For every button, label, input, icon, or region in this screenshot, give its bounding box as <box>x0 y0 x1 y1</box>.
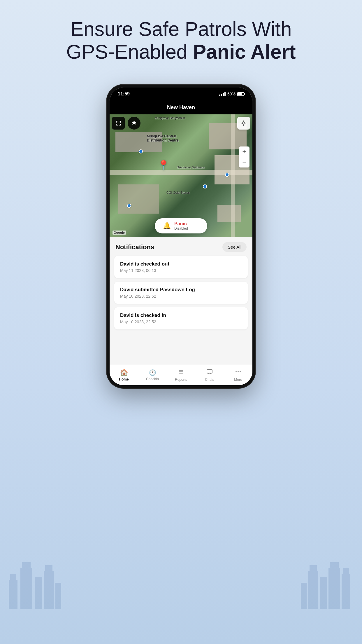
home-icon: 🏠 <box>120 369 128 376</box>
headline: Ensure Safe Patrols With GPS-Enabled Pan… <box>0 18 362 63</box>
svg-rect-15 <box>343 568 349 574</box>
battery-fill <box>238 93 242 95</box>
svg-point-34 <box>238 371 239 372</box>
svg-rect-1 <box>10 574 16 580</box>
nav-label-more: More <box>234 378 242 382</box>
map-building-4 <box>118 184 159 214</box>
svg-point-24 <box>242 122 245 124</box>
google-watermark: Google <box>113 231 126 235</box>
signal-bars <box>219 92 226 96</box>
panic-title: Panic <box>174 221 188 226</box>
headline-line1: Ensure Safe Patrols With <box>23 18 339 40</box>
location-button[interactable] <box>237 117 250 130</box>
nav-item-home[interactable]: 🏠 Home <box>110 367 138 383</box>
panic-subtitle: Disabled <box>174 226 188 231</box>
svg-rect-3 <box>22 562 31 568</box>
headline-line2: GPS-Enabled Panic Alert <box>23 40 339 63</box>
headline-line2-bold: Panic Alert <box>193 41 296 63</box>
phone-frame: 11:59 69% New Haven <box>107 85 255 388</box>
map-area[interactable]: Musgrave Ballycoolin Musgrave CentralDis… <box>110 114 252 237</box>
map-style-button[interactable] <box>128 117 140 130</box>
notification-message-3: David is checked in <box>120 313 242 318</box>
status-time: 11:59 <box>118 91 130 97</box>
svg-rect-11 <box>320 577 327 609</box>
panic-bell-icon: 🔔 <box>163 222 171 230</box>
notification-message-1: David is checked out <box>120 261 242 267</box>
svg-rect-2 <box>20 568 32 609</box>
svg-rect-13 <box>330 562 339 568</box>
nav-item-chats[interactable]: Chats <box>195 367 224 383</box>
svg-rect-4 <box>35 577 42 609</box>
phone-screen: 11:59 69% New Haven <box>110 88 252 385</box>
svg-rect-9 <box>308 571 318 609</box>
signal-bar-1 <box>219 95 220 96</box>
notification-time-1: May 11 2023, 06:13 <box>120 268 242 273</box>
reports-icon <box>178 369 184 377</box>
location-crosshair-icon <box>240 120 247 126</box>
blue-pin-2 <box>225 173 229 177</box>
zoom-in-button[interactable]: + <box>239 146 249 157</box>
more-icon <box>235 369 241 377</box>
location-pin: 📍 <box>158 160 169 171</box>
notification-message-2: David submitted Passdown Log <box>120 287 242 293</box>
notification-time-2: May 10 2023, 22:52 <box>120 294 242 299</box>
svg-rect-8 <box>301 583 307 609</box>
svg-rect-21 <box>116 124 117 125</box>
status-bar: 11:59 69% <box>110 88 252 100</box>
map-label-cgi: CGI Cold Stores <box>166 191 190 194</box>
cityscape-left-decoration <box>6 551 64 609</box>
nav-label-reports: Reports <box>175 378 187 382</box>
battery-percent: 69% <box>227 92 236 96</box>
road-vertical <box>231 114 235 237</box>
nav-item-checkin[interactable]: 🕐 CheckIn <box>138 367 167 383</box>
svg-point-33 <box>236 371 237 372</box>
svg-rect-12 <box>328 568 340 609</box>
zoom-controls[interactable]: + − <box>239 146 249 167</box>
notification-card-1[interactable]: David is checked out May 11 2023, 06:13 <box>114 256 248 278</box>
svg-rect-19 <box>120 121 121 123</box>
chats-icon <box>206 369 213 377</box>
nav-label-checkin: CheckIn <box>146 377 159 381</box>
notifications-section: Notifications See All David is checked o… <box>110 237 252 365</box>
signal-bar-4 <box>224 92 226 96</box>
notification-card-2[interactable]: David submitted Passdown Log May 10 2023… <box>114 282 248 304</box>
svg-rect-7 <box>55 583 61 609</box>
zoom-out-button[interactable]: − <box>239 157 249 167</box>
panic-text: Panic Disabled <box>174 221 188 231</box>
nav-label-chats: Chats <box>205 378 214 382</box>
svg-rect-0 <box>9 580 17 609</box>
svg-rect-10 <box>310 565 317 571</box>
svg-rect-14 <box>342 574 350 609</box>
status-right: 69% <box>219 92 244 96</box>
map-title: New Haven <box>167 104 195 111</box>
nav-item-reports[interactable]: Reports <box>167 367 195 383</box>
svg-point-35 <box>240 371 241 372</box>
signal-bar-2 <box>221 94 222 96</box>
nav-label-home: Home <box>119 377 129 381</box>
notifications-header: Notifications See All <box>110 237 252 256</box>
svg-rect-17 <box>116 121 117 123</box>
battery-icon <box>237 92 244 96</box>
panic-button[interactable]: 🔔 Panic Disabled <box>155 218 207 233</box>
front-camera <box>179 100 183 104</box>
notifications-title: Notifications <box>115 243 154 251</box>
notification-card-3[interactable]: David is checked in May 10 2023, 22:52 <box>114 307 248 329</box>
blue-pin-3 <box>203 184 207 189</box>
map-building-5 <box>217 205 241 222</box>
svg-rect-6 <box>45 565 52 571</box>
checkin-icon: 🕐 <box>149 369 156 376</box>
svg-rect-23 <box>120 124 121 125</box>
map-label-musgrave-ballycoolin: Musgrave Ballycoolin <box>155 116 185 120</box>
nav-item-more[interactable]: More <box>224 367 252 383</box>
map-label-musgrave-central: Musgrave CentralDistribution Centre <box>147 134 179 142</box>
see-all-button[interactable]: See All <box>222 242 247 252</box>
map-label-guidewire: Guidewire Software <box>177 165 205 169</box>
notification-time-3: May 10 2023, 22:52 <box>120 320 242 324</box>
blue-pin-1 <box>139 149 143 153</box>
headline-line2-normal: GPS-Enabled <box>66 41 193 63</box>
cityscape-right-decoration <box>298 551 356 609</box>
bottom-nav: 🏠 Home 🕐 CheckIn Reports <box>110 365 252 385</box>
fullscreen-icon <box>115 120 121 126</box>
svg-rect-5 <box>44 571 54 609</box>
fullscreen-button[interactable] <box>112 117 125 130</box>
